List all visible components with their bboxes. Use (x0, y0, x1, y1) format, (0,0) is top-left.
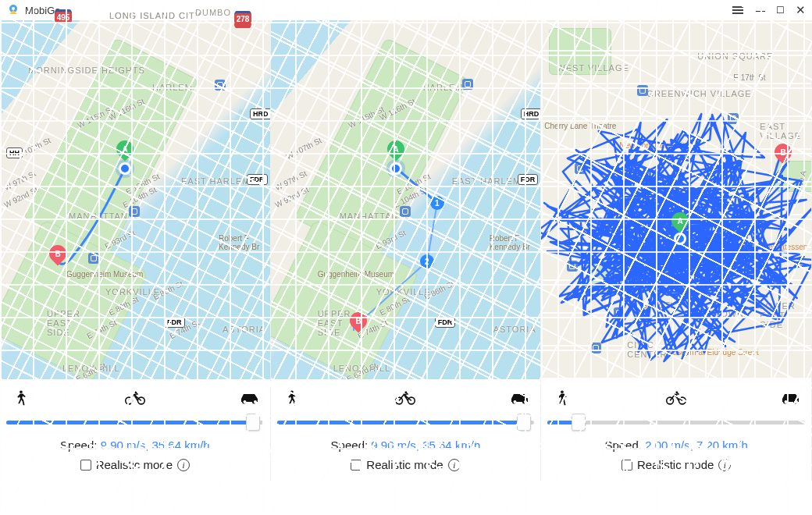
map-area-label: DUMBO (195, 8, 231, 17)
hwy-shield: 278 (234, 11, 251, 25)
